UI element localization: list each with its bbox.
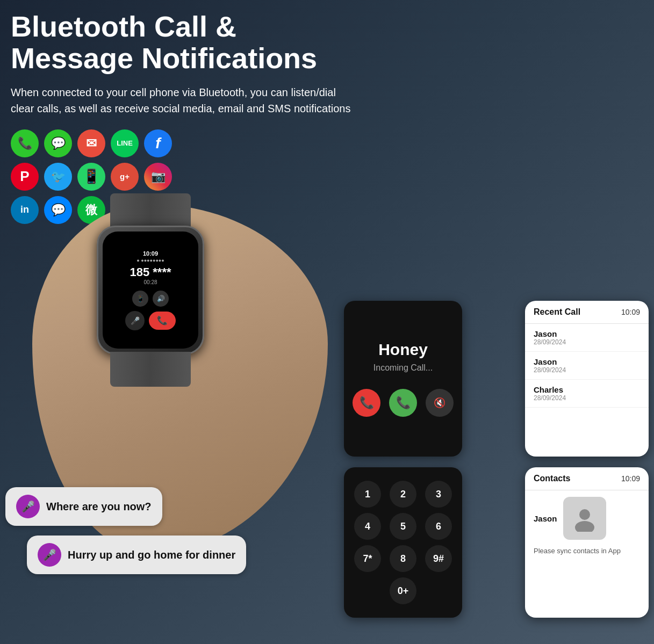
watch-phone-btn: 📱 [132, 291, 148, 307]
instagram-icon: 📷 [144, 163, 172, 191]
facebook-icon: f [144, 129, 172, 157]
email-icon: ✉ [77, 129, 105, 157]
contact-sync-text: Please sync contacts in App [525, 546, 649, 562]
dial-key-8[interactable]: 8 [390, 545, 416, 572]
watch-call-controls: 🎤 📞 [125, 311, 176, 330]
recent-calls-panel: Recent Call 10:09 Jason 28/09/2024 Jason… [525, 301, 649, 457]
call-entry-date-3: 28/09/2024 [534, 394, 640, 402]
voice-text-2: Hurry up and go home for dinner [68, 549, 235, 561]
watch-end-call-btn: 📞 [149, 312, 176, 330]
top-section: Bluetooth Call & Message Notifications W… [11, 11, 355, 224]
watch-time: 10:09 [143, 250, 158, 257]
watch-device: 10:09 ● ●●●●●●●● 185 **** 00:28 📱 🔊 🎤 📞 [97, 226, 204, 354]
watch-number: 185 **** [130, 265, 171, 279]
mute-call-btn[interactable]: 🔇 [426, 389, 454, 417]
call-entry-name-3: Charles [534, 385, 640, 394]
googleplus-icon: g+ [111, 163, 139, 191]
recent-calls-title: Recent Call [534, 307, 580, 317]
call-action-buttons: 📞 📞 🔇 [353, 389, 454, 417]
svg-point-0 [579, 509, 590, 520]
dialpad-panel: 1 2 3 4 5 6 7* 8 9# 0+ [344, 467, 462, 618]
call-status: Incoming Call... [373, 363, 433, 373]
watch-band-bottom [110, 352, 191, 387]
dial-key-0[interactable]: 0+ [390, 577, 416, 604]
svg-point-1 [575, 521, 594, 532]
contact-avatar [563, 497, 606, 540]
watch-speaker-btn: 🔊 [153, 291, 169, 307]
watch-screen: 10:09 ● ●●●●●●●● 185 **** 00:28 📱 🔊 🎤 📞 [103, 231, 198, 349]
mic-icon-1: 🎤 [16, 495, 40, 518]
mic-icon-2: 🎤 [38, 543, 61, 567]
voice-bubble-1: 🎤 Where are you now? [5, 487, 162, 526]
incoming-call-panel: Honey Incoming Call... 📞 📞 🔇 [344, 301, 462, 457]
dial-key-4[interactable]: 4 [354, 513, 381, 540]
dial-key-2[interactable]: 2 [390, 481, 416, 508]
recent-call-entry-2: Jason 28/09/2024 [525, 352, 649, 380]
watch-mic-btn: 🎤 [125, 311, 145, 330]
dial-key-9[interactable]: 9# [425, 545, 452, 572]
watch-label: ● ●●●●●●●● [136, 258, 164, 263]
call-entry-date-1: 28/09/2024 [534, 338, 640, 346]
contact-entry: Jason [525, 490, 649, 546]
sms-icon: 💬 [44, 129, 72, 157]
call-entry-name-1: Jason [534, 329, 640, 338]
phone-icon: 📞 [11, 129, 39, 157]
dial-key-7[interactable]: 7* [354, 545, 381, 572]
watch-action-buttons: 📱 🔊 [132, 291, 169, 307]
recent-calls-header: Recent Call 10:09 [525, 301, 649, 324]
dial-key-5[interactable]: 5 [390, 513, 416, 540]
avatar-icon [571, 505, 598, 532]
pinterest-icon: P [11, 163, 39, 191]
watch-body: 10:09 ● ●●●●●●●● 185 **** 00:28 📱 🔊 🎤 📞 [97, 226, 204, 354]
dial-key-3[interactable]: 3 [425, 481, 452, 508]
line-icon: LINE [111, 129, 139, 157]
recent-calls-time: 10:09 [621, 308, 640, 316]
whatsapp-icon: 📱 [77, 163, 105, 191]
dial-key-6[interactable]: 6 [425, 513, 452, 540]
watch-band-top [110, 193, 191, 228]
subtitle-text: When connected to your cell phone via Bl… [11, 84, 355, 117]
dial-key-1[interactable]: 1 [354, 481, 381, 508]
voice-text-1: Where are you now? [46, 501, 152, 513]
twitter-icon: 🐦 [44, 163, 72, 191]
decline-call-btn[interactable]: 📞 [353, 389, 380, 417]
caller-name: Honey [378, 341, 428, 359]
call-entry-date-2: 28/09/2024 [534, 366, 640, 374]
call-entry-name-2: Jason [534, 357, 640, 366]
watch-duration: 00:28 [143, 279, 157, 285]
recent-call-entry-1: Jason 28/09/2024 [525, 324, 649, 352]
contacts-title: Contacts [534, 474, 570, 483]
dialpad-grid: 1 2 3 4 5 6 7* 8 9# 0+ [353, 481, 454, 604]
contacts-panel: Contacts 10:09 Jason Please sync contact… [525, 467, 649, 618]
contact-name: Jason [534, 514, 557, 523]
main-title: Bluetooth Call & Message Notifications [11, 11, 355, 75]
voice-bubble-2: 🎤 Hurry up and go home for dinner [27, 536, 246, 574]
contacts-time: 10:09 [621, 474, 640, 483]
accept-call-btn[interactable]: 📞 [389, 389, 417, 417]
contacts-header: Contacts 10:09 [525, 467, 649, 490]
recent-call-entry-3: Charles 28/09/2024 [525, 380, 649, 408]
